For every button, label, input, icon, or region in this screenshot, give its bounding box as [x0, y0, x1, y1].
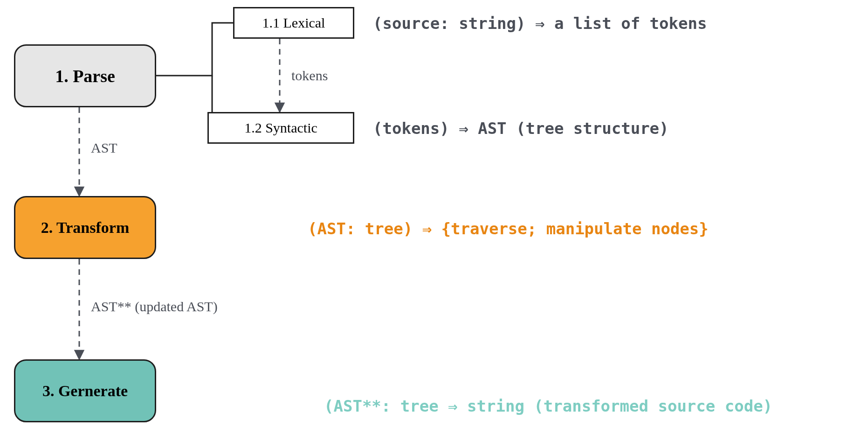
signature-syntactic: (tokens) ⇒ AST (tree structure) [373, 119, 669, 138]
signature-transform: (AST: tree) ⇒ {traverse; manipulate node… [308, 219, 709, 238]
node-transform-label: 2. Transform [41, 219, 130, 237]
node-generate-label: 3. Gernerate [42, 382, 128, 400]
signature-generate: (AST**: tree ⇒ string (transformed sourc… [324, 397, 772, 415]
edge-label-ast: AST [91, 140, 117, 156]
edge-label-ast-updated: AST** (updated AST) [91, 299, 218, 315]
node-syntactic-label: 1.2 Syntactic [244, 120, 317, 136]
edge-label-tokens: tokens [291, 68, 328, 84]
node-generate: 3. Gernerate [14, 359, 156, 422]
node-syntactic: 1.2 Syntactic [207, 112, 354, 144]
node-transform: 2. Transform [14, 196, 156, 259]
node-parse-label: 1. Parse [55, 66, 115, 86]
node-lexical: 1.1 Lexical [233, 7, 354, 39]
signature-lexical: (source: string) ⇒ a list of tokens [373, 14, 707, 33]
node-parse: 1. Parse [14, 44, 156, 107]
node-lexical-label: 1.1 Lexical [262, 15, 325, 31]
diagram-stage: 1. Parse 2. Transform 3. Gernerate 1.1 L… [0, 0, 868, 448]
